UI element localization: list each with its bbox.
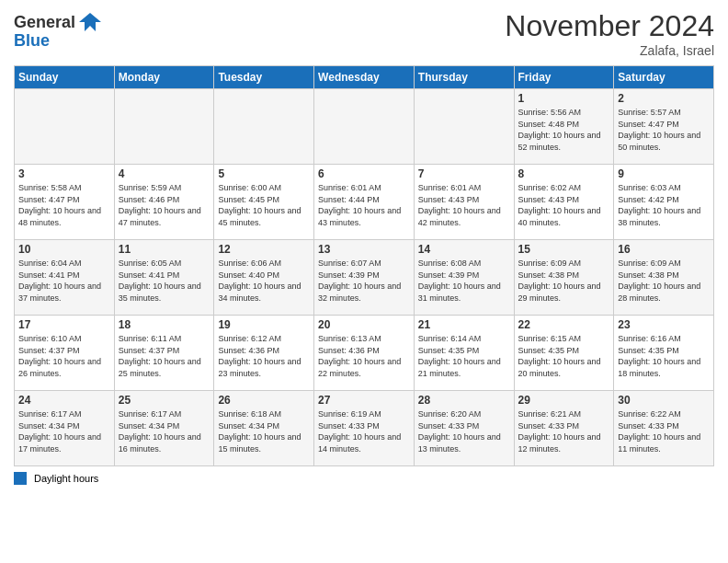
day-number: 21 (418, 318, 510, 331)
day-number: 2 (618, 92, 710, 105)
day-info: Sunrise: 6:06 AM Sunset: 4:40 PM Dayligh… (218, 258, 310, 304)
day-info: Sunrise: 6:17 AM Sunset: 4:34 PM Dayligh… (18, 408, 110, 454)
calendar-header-row: SundayMondayTuesdayWednesdayThursdayFrid… (15, 66, 714, 89)
day-info: Sunrise: 6:14 AM Sunset: 4:35 PM Dayligh… (418, 333, 510, 379)
calendar-week-row: 1Sunrise: 5:56 AM Sunset: 4:48 PM Daylig… (15, 89, 714, 165)
day-info: Sunrise: 6:20 AM Sunset: 4:33 PM Dayligh… (418, 408, 510, 454)
calendar-cell: 23Sunrise: 6:16 AM Sunset: 4:35 PM Dayli… (614, 316, 714, 391)
day-info: Sunrise: 6:08 AM Sunset: 4:39 PM Dayligh… (418, 258, 510, 304)
day-number: 25 (119, 394, 210, 407)
column-header-sunday: Sunday (15, 66, 115, 89)
calendar-cell: 13Sunrise: 6:07 AM Sunset: 4:39 PM Dayli… (314, 240, 415, 316)
logo: General Blue (14, 9, 105, 51)
title-block: November 2024 Zalafa, Israel (505, 9, 714, 58)
column-header-wednesday: Wednesday (314, 66, 415, 89)
day-info: Sunrise: 6:02 AM Sunset: 4:43 PM Dayligh… (518, 182, 610, 228)
page-container: General Blue November 2024 Zalafa, Israe… (0, 0, 728, 494)
day-number: 28 (418, 394, 510, 407)
day-number: 13 (318, 243, 410, 256)
day-number: 4 (119, 167, 210, 180)
day-number: 29 (518, 394, 610, 407)
calendar-cell: 18Sunrise: 6:11 AM Sunset: 4:37 PM Dayli… (114, 316, 214, 391)
calendar-cell: 22Sunrise: 6:15 AM Sunset: 4:35 PM Dayli… (514, 316, 614, 391)
calendar-cell: 4Sunrise: 5:59 AM Sunset: 4:46 PM Daylig… (114, 165, 214, 240)
legend-color-box (14, 472, 27, 485)
calendar-cell: 11Sunrise: 6:05 AM Sunset: 4:41 PM Dayli… (114, 240, 214, 316)
day-number: 19 (218, 318, 310, 331)
day-number: 5 (218, 167, 310, 180)
day-number: 22 (518, 318, 610, 331)
day-number: 14 (418, 243, 510, 256)
day-info: Sunrise: 6:13 AM Sunset: 4:36 PM Dayligh… (318, 333, 410, 379)
header: General Blue November 2024 Zalafa, Israe… (14, 9, 714, 58)
day-number: 8 (518, 167, 610, 180)
legend-label: Daylight hours (34, 473, 98, 484)
day-info: Sunrise: 6:00 AM Sunset: 4:45 PM Dayligh… (218, 182, 310, 228)
calendar-cell (114, 89, 214, 165)
day-info: Sunrise: 6:07 AM Sunset: 4:39 PM Dayligh… (318, 258, 410, 304)
day-info: Sunrise: 6:03 AM Sunset: 4:42 PM Dayligh… (618, 182, 710, 228)
calendar-cell (414, 89, 514, 165)
calendar-cell (214, 89, 314, 165)
calendar-cell: 30Sunrise: 6:22 AM Sunset: 4:33 PM Dayli… (614, 391, 714, 466)
day-info: Sunrise: 6:09 AM Sunset: 4:38 PM Dayligh… (518, 258, 610, 304)
day-info: Sunrise: 6:21 AM Sunset: 4:33 PM Dayligh… (518, 408, 610, 454)
calendar-cell: 25Sunrise: 6:17 AM Sunset: 4:34 PM Dayli… (114, 391, 214, 466)
day-number: 6 (318, 167, 410, 180)
day-number: 26 (218, 394, 310, 407)
calendar-cell: 6Sunrise: 6:01 AM Sunset: 4:44 PM Daylig… (314, 165, 415, 240)
logo-general: General (14, 13, 75, 32)
day-info: Sunrise: 6:10 AM Sunset: 4:37 PM Dayligh… (18, 333, 110, 379)
day-info: Sunrise: 6:04 AM Sunset: 4:41 PM Dayligh… (18, 258, 110, 304)
day-number: 10 (18, 243, 110, 256)
day-number: 16 (618, 243, 710, 256)
calendar-cell: 7Sunrise: 6:01 AM Sunset: 4:43 PM Daylig… (414, 165, 514, 240)
logo-text-block: General Blue (14, 9, 105, 51)
day-number: 18 (119, 318, 210, 331)
day-info: Sunrise: 6:11 AM Sunset: 4:37 PM Dayligh… (119, 333, 210, 379)
day-number: 11 (119, 243, 210, 256)
month-title: November 2024 (505, 9, 714, 43)
calendar-cell: 27Sunrise: 6:19 AM Sunset: 4:33 PM Dayli… (314, 391, 415, 466)
day-info: Sunrise: 6:22 AM Sunset: 4:33 PM Dayligh… (618, 408, 710, 454)
day-info: Sunrise: 6:18 AM Sunset: 4:34 PM Dayligh… (218, 408, 310, 454)
calendar-cell: 15Sunrise: 6:09 AM Sunset: 4:38 PM Dayli… (514, 240, 614, 316)
day-number: 1 (518, 92, 610, 105)
calendar-table: SundayMondayTuesdayWednesdayThursdayFrid… (14, 65, 714, 466)
day-number: 3 (18, 167, 110, 180)
column-header-friday: Friday (514, 66, 614, 89)
day-info: Sunrise: 5:59 AM Sunset: 4:46 PM Dayligh… (119, 182, 210, 228)
calendar-cell: 3Sunrise: 5:58 AM Sunset: 4:47 PM Daylig… (15, 165, 115, 240)
calendar-cell: 8Sunrise: 6:02 AM Sunset: 4:43 PM Daylig… (514, 165, 614, 240)
day-number: 30 (618, 394, 710, 407)
calendar-cell: 16Sunrise: 6:09 AM Sunset: 4:38 PM Dayli… (614, 240, 714, 316)
day-number: 12 (218, 243, 310, 256)
calendar-cell: 12Sunrise: 6:06 AM Sunset: 4:40 PM Dayli… (214, 240, 314, 316)
calendar-cell: 17Sunrise: 6:10 AM Sunset: 4:37 PM Dayli… (15, 316, 115, 391)
calendar-week-row: 10Sunrise: 6:04 AM Sunset: 4:41 PM Dayli… (15, 240, 714, 316)
calendar-week-row: 3Sunrise: 5:58 AM Sunset: 4:47 PM Daylig… (15, 165, 714, 240)
day-number: 9 (618, 167, 710, 180)
day-info: Sunrise: 6:12 AM Sunset: 4:36 PM Dayligh… (218, 333, 310, 379)
column-header-thursday: Thursday (414, 66, 514, 89)
day-number: 23 (618, 318, 710, 331)
svg-marker-0 (79, 13, 101, 31)
calendar-cell: 21Sunrise: 6:14 AM Sunset: 4:35 PM Dayli… (414, 316, 514, 391)
day-number: 27 (318, 394, 410, 407)
day-info: Sunrise: 5:58 AM Sunset: 4:47 PM Dayligh… (18, 182, 110, 228)
calendar-cell: 5Sunrise: 6:00 AM Sunset: 4:45 PM Daylig… (214, 165, 314, 240)
calendar-cell: 24Sunrise: 6:17 AM Sunset: 4:34 PM Dayli… (15, 391, 115, 466)
day-info: Sunrise: 6:15 AM Sunset: 4:35 PM Dayligh… (518, 333, 610, 379)
day-number: 17 (18, 318, 110, 331)
calendar-cell (314, 89, 415, 165)
day-number: 7 (418, 167, 510, 180)
day-info: Sunrise: 6:17 AM Sunset: 4:34 PM Dayligh… (119, 408, 210, 454)
legend: Daylight hours (14, 472, 714, 485)
day-info: Sunrise: 6:05 AM Sunset: 4:41 PM Dayligh… (119, 258, 210, 304)
calendar-cell: 10Sunrise: 6:04 AM Sunset: 4:41 PM Dayli… (15, 240, 115, 316)
day-info: Sunrise: 5:57 AM Sunset: 4:47 PM Dayligh… (618, 107, 710, 153)
day-number: 20 (318, 318, 410, 331)
calendar-cell: 2Sunrise: 5:57 AM Sunset: 4:47 PM Daylig… (614, 89, 714, 165)
day-number: 24 (18, 394, 110, 407)
column-header-saturday: Saturday (614, 66, 714, 89)
